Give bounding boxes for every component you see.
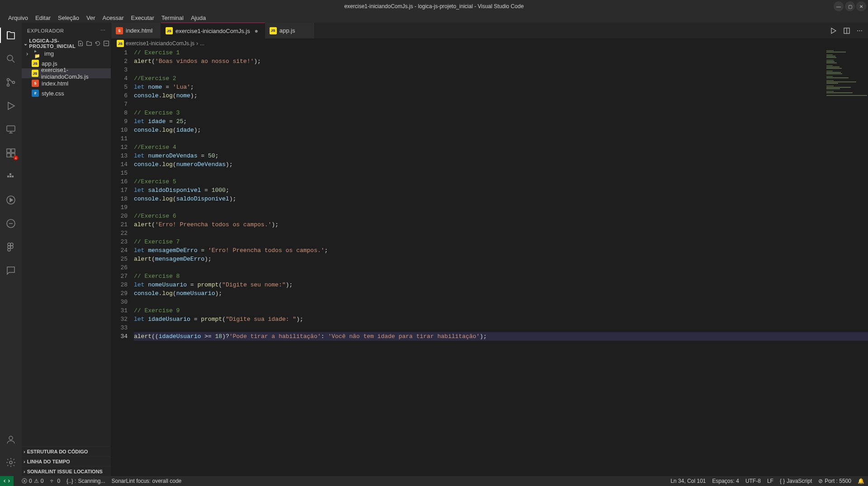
menu-ver[interactable]: Ver bbox=[83, 14, 99, 22]
code-line-9[interactable]: let idade = 25; bbox=[134, 117, 868, 126]
code-line-4[interactable]: //Exercise 2 bbox=[134, 74, 868, 83]
status-problems[interactable]: ⓧ0 ⚠0 bbox=[22, 477, 43, 485]
extensions-icon[interactable]: 4 bbox=[0, 144, 22, 162]
code-line-19[interactable] bbox=[134, 203, 868, 212]
status-port[interactable]: ⊘ Port : 5500 bbox=[818, 478, 851, 484]
chat-icon[interactable] bbox=[0, 262, 22, 280]
code-line-24[interactable]: let mensagemDeErro = 'Erro! Preencha tod… bbox=[134, 246, 868, 255]
file-exercise1-iniciandoComJs-js[interactable]: JSexercise1-iniciandoComJs.js bbox=[22, 68, 111, 78]
code-line-23[interactable]: // Exercise 7 bbox=[134, 238, 868, 246]
status-sonar[interactable]: SonarLint focus: overall code bbox=[111, 478, 181, 484]
code-line-25[interactable]: alert(mensagemDeErro); bbox=[134, 255, 868, 263]
status-language[interactable]: { } JavaScript bbox=[780, 478, 812, 484]
menu-executar[interactable]: Executar bbox=[128, 14, 158, 22]
html-icon: 5 bbox=[32, 80, 39, 87]
explorer-sidebar: EXPLORADOR ⋯ ⌄ LOGICA-JS-PROJETO_INICIAL… bbox=[22, 23, 111, 476]
code-line-5[interactable]: let nome = 'Lua'; bbox=[134, 83, 868, 91]
explorer-icon[interactable] bbox=[0, 26, 22, 44]
code-line-28[interactable]: let nomeUsuario = prompt("Digite seu nom… bbox=[134, 281, 868, 289]
run-icon[interactable] bbox=[830, 27, 837, 34]
code-line-6[interactable]: console.log(nome); bbox=[134, 91, 868, 100]
status-ports[interactable]: ᯤ0 bbox=[50, 478, 60, 484]
menubar: ArquivoEditarSeleçãoVerAcessarExecutarTe… bbox=[0, 13, 868, 23]
code-line-1[interactable]: // Exercise 1 bbox=[134, 48, 868, 57]
menu-editar[interactable]: Editar bbox=[32, 14, 54, 22]
tabs-row: 5index.htmlJSexercise1-iniciandoComJs.js… bbox=[111, 23, 868, 38]
code-line-16[interactable]: //Exercise 5 bbox=[134, 177, 868, 186]
settings-gear-icon[interactable] bbox=[0, 453, 22, 472]
accounts-icon[interactable] bbox=[0, 431, 22, 449]
figma-icon[interactable] bbox=[0, 238, 22, 256]
code-line-34[interactable]: alert((idadeUsuario >= 18)?'Pode tirar a… bbox=[134, 332, 868, 341]
live-share-icon[interactable] bbox=[0, 191, 22, 209]
status-notifications[interactable]: 🔔 bbox=[858, 478, 864, 484]
code-line-14[interactable]: console.log(numeroDeVendas); bbox=[134, 160, 868, 169]
minimap[interactable] bbox=[825, 48, 868, 121]
menu-acessar[interactable]: Acessar bbox=[99, 14, 128, 22]
search-icon[interactable] bbox=[0, 50, 22, 68]
docker-icon[interactable] bbox=[0, 167, 22, 186]
folder-img[interactable]: ›▸📁img bbox=[22, 48, 111, 58]
code-line-21[interactable]: alert('Erro! Preencha todos os campos.')… bbox=[134, 220, 868, 229]
code-line-22[interactable] bbox=[134, 229, 868, 238]
breadcrumb-separator: › bbox=[196, 40, 198, 47]
code-line-2[interactable]: alert('Boas vindos ao nosso site!'); bbox=[134, 57, 868, 66]
refresh-icon[interactable] bbox=[94, 40, 101, 47]
section-estrutura-do-código[interactable]: ›ESTRUTURA DO CÓDIGO bbox=[22, 446, 111, 456]
code-line-3[interactable] bbox=[134, 66, 868, 74]
folder-icon: ▸📁 bbox=[34, 50, 42, 57]
tab-exercise1-iniciandoComJs-js[interactable]: JSexercise1-iniciandoComJs.js● bbox=[161, 23, 265, 38]
status-spaces[interactable]: Espaços: 4 bbox=[712, 478, 739, 484]
maximize-button[interactable]: ▢ bbox=[845, 1, 855, 11]
code-line-10[interactable]: console.log(idade); bbox=[134, 126, 868, 134]
run-debug-icon[interactable] bbox=[0, 97, 22, 115]
status-scanning[interactable]: {..} : Scanning... bbox=[66, 478, 105, 484]
code-line-30[interactable] bbox=[134, 298, 868, 306]
tab-close-icon[interactable]: ● bbox=[253, 27, 260, 34]
code-line-7[interactable] bbox=[134, 100, 868, 109]
code-line-12[interactable]: //Exercise 4 bbox=[134, 143, 868, 152]
sidebar-more-icon[interactable]: ⋯ bbox=[100, 28, 106, 33]
menu-seleção[interactable]: Seleção bbox=[54, 14, 83, 22]
code-line-15[interactable] bbox=[134, 169, 868, 177]
new-folder-icon[interactable] bbox=[85, 40, 93, 47]
code-line-13[interactable]: let numeroDeVendas = 50; bbox=[134, 152, 868, 160]
breadcrumbs[interactable]: JS exercise1-iniciandoComJs.js › ... bbox=[111, 38, 868, 48]
code-editor[interactable]: 1234567891011121314151617181920212223242… bbox=[111, 48, 868, 476]
code-line-26[interactable] bbox=[134, 263, 868, 272]
status-eol[interactable]: LF bbox=[767, 478, 773, 484]
code-line-20[interactable]: //Exercise 6 bbox=[134, 212, 868, 220]
project-header[interactable]: ⌄ LOGICA-JS-PROJETO_INICIAL bbox=[22, 38, 111, 48]
sonar-icon[interactable] bbox=[0, 214, 22, 233]
code-line-11[interactable] bbox=[134, 134, 868, 143]
remote-button[interactable] bbox=[0, 476, 14, 486]
code-line-33[interactable] bbox=[134, 324, 868, 332]
more-icon[interactable]: ⋯ bbox=[857, 27, 863, 34]
code-line-31[interactable]: // Exercise 9 bbox=[134, 306, 868, 315]
minimize-button[interactable]: — bbox=[834, 1, 844, 11]
code-line-8[interactable]: // Exercise 3 bbox=[134, 109, 868, 117]
collapse-icon[interactable] bbox=[103, 40, 110, 47]
menu-arquivo[interactable]: Arquivo bbox=[5, 14, 32, 22]
menu-ajuda[interactable]: Ajuda bbox=[187, 14, 209, 22]
menu-terminal[interactable]: Terminal bbox=[158, 14, 187, 22]
status-ln-col[interactable]: Ln 34, Col 101 bbox=[670, 478, 706, 484]
new-file-icon[interactable] bbox=[77, 40, 84, 47]
code-line-18[interactable]: console.log(saldoDisponivel); bbox=[134, 195, 868, 203]
section-sonarlint-issue-locations[interactable]: ›SONARLINT ISSUE LOCATIONS bbox=[22, 466, 111, 476]
status-encoding[interactable]: UTF-8 bbox=[745, 478, 761, 484]
remote-explorer-icon[interactable] bbox=[0, 120, 22, 138]
file-style-css[interactable]: #style.css bbox=[22, 88, 111, 98]
code-line-29[interactable]: console.log(nomeUsuario); bbox=[134, 289, 868, 298]
source-control-icon[interactable] bbox=[0, 73, 22, 91]
titlebar: exercise1-iniciandoComJs.js - logica-js-… bbox=[0, 0, 868, 13]
tab-app-js[interactable]: JSapp.js bbox=[265, 23, 315, 38]
close-window-button[interactable]: ✕ bbox=[856, 1, 866, 11]
code-line-27[interactable]: // Exercise 8 bbox=[134, 272, 868, 281]
file-label: app.js bbox=[42, 60, 57, 67]
split-editor-icon[interactable] bbox=[843, 27, 850, 34]
section-linha-do-tempo[interactable]: ›LINHA DO TEMPO bbox=[22, 456, 111, 466]
code-line-32[interactable]: let idadeUsuario = prompt("Digite sua id… bbox=[134, 315, 868, 324]
tab-index-html[interactable]: 5index.html bbox=[111, 23, 161, 38]
code-line-17[interactable]: let saldoDisponivel = 1000; bbox=[134, 186, 868, 195]
